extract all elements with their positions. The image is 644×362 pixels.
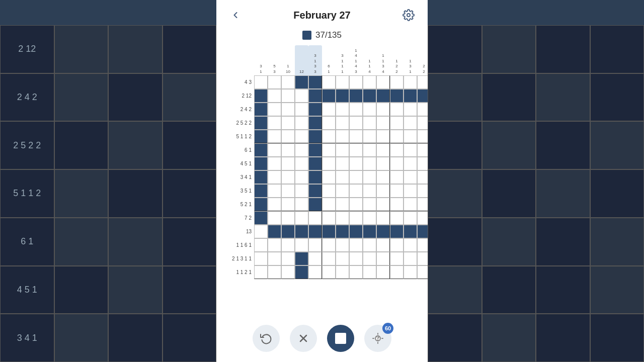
grid-cell[interactable] [349,184,363,198]
grid-cell[interactable] [363,170,376,184]
grid-cell[interactable] [322,143,336,157]
grid-cell[interactable] [404,103,417,116]
grid-cell[interactable] [295,265,308,279]
grid-cell[interactable] [254,225,268,238]
grid-cell[interactable] [322,89,336,103]
grid-cell[interactable] [363,211,376,225]
grid-cell[interactable] [363,103,376,116]
grid-cell[interactable] [376,157,390,170]
grid-cell[interactable] [336,89,349,103]
grid-cell[interactable] [322,103,336,116]
grid-cell[interactable] [336,157,349,170]
grid-cell[interactable] [268,130,281,143]
grid-cell[interactable] [390,252,404,265]
grid-cell[interactable] [336,238,349,252]
grid-cell[interactable] [404,75,417,89]
grid-cell[interactable] [376,211,390,225]
grid-cell[interactable] [363,238,376,252]
grid-cell[interactable] [308,198,322,211]
grid-cell[interactable] [281,157,295,170]
grid-cell[interactable] [376,238,390,252]
grid-cell[interactable] [376,198,390,211]
grid-cell[interactable] [404,225,417,238]
grid-cell[interactable] [404,252,417,265]
grid-cell[interactable] [295,170,308,184]
grid-cell[interactable] [308,103,322,116]
grid-cell[interactable] [336,116,349,130]
grid-cell[interactable] [376,130,390,143]
grid-cell[interactable] [254,116,268,130]
grid-cell[interactable] [336,75,349,89]
grid-cell[interactable] [390,238,404,252]
grid-cell[interactable] [417,225,428,238]
grid-cell[interactable] [268,198,281,211]
grid-cell[interactable] [295,252,308,265]
grid-cell[interactable] [281,143,295,157]
grid-cell[interactable] [349,89,363,103]
grid-cell[interactable] [376,75,390,89]
grid-cell[interactable] [390,170,404,184]
grid-cell[interactable] [308,184,322,198]
grid-cell[interactable] [254,75,268,89]
grid-cell[interactable] [281,252,295,265]
grid-cell[interactable] [254,252,268,265]
grid-cell[interactable] [295,116,308,130]
grid-cell[interactable] [390,211,404,225]
grid-cell[interactable] [281,238,295,252]
grid-cell[interactable] [295,130,308,143]
grid-cell[interactable] [336,170,349,184]
grid-cell[interactable] [404,184,417,198]
grid-cell[interactable] [376,89,390,103]
grid-cell[interactable] [349,170,363,184]
grid-cell[interactable] [417,103,428,116]
grid-cell[interactable] [308,130,322,143]
grid-cell[interactable] [363,157,376,170]
grid-cell[interactable] [417,157,428,170]
grid-cell[interactable] [417,130,428,143]
settings-button[interactable] [399,6,418,24]
grid-cell[interactable] [254,170,268,184]
grid-cell[interactable] [336,103,349,116]
grid-cell[interactable] [295,184,308,198]
grid-cell[interactable] [281,265,295,279]
grid-cell[interactable] [417,184,428,198]
grid-cell[interactable] [295,225,308,238]
grid-cell[interactable] [308,89,322,103]
grid-cell[interactable] [363,184,376,198]
grid-cell[interactable] [281,198,295,211]
grid-cell[interactable] [322,265,336,279]
grid-cell[interactable] [268,252,281,265]
grid-cell[interactable] [254,143,268,157]
grid-cell[interactable] [268,75,281,89]
grid-cell[interactable] [268,238,281,252]
grid-cell[interactable] [349,75,363,89]
grid-cell[interactable] [404,143,417,157]
grid-cell[interactable] [308,157,322,170]
grid-cell[interactable] [308,75,322,89]
grid-cell[interactable] [268,170,281,184]
grid-cell[interactable] [268,143,281,157]
grid-cell[interactable] [336,211,349,225]
grid-cell[interactable] [363,225,376,238]
grid-cell[interactable] [336,225,349,238]
back-button[interactable] [226,6,245,24]
grid-cell[interactable] [363,89,376,103]
grid-cell[interactable] [390,198,404,211]
grid-cell[interactable] [295,157,308,170]
grid-cell[interactable] [322,211,336,225]
grid-cell[interactable] [349,238,363,252]
grid-cell[interactable] [363,130,376,143]
grid-cell[interactable] [322,157,336,170]
grid-cell[interactable] [349,265,363,279]
fill-button[interactable] [327,325,354,352]
grid-cell[interactable] [254,89,268,103]
grid-cell[interactable] [295,75,308,89]
grid-cell[interactable] [268,184,281,198]
grid-cell[interactable] [268,157,281,170]
grid-cell[interactable] [363,75,376,89]
grid-cell[interactable] [417,211,428,225]
grid-cell[interactable] [349,157,363,170]
grid-cell[interactable] [308,238,322,252]
grid-cell[interactable] [254,265,268,279]
grid-cell[interactable] [308,170,322,184]
